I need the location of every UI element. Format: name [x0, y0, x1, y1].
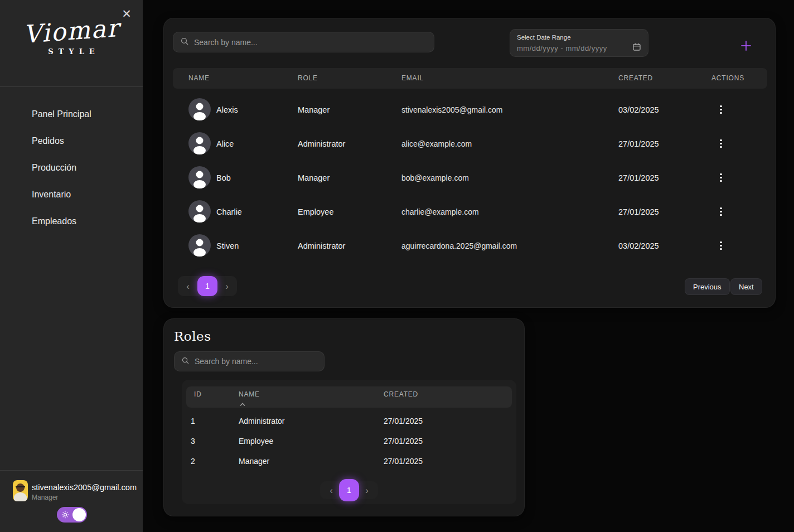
employee-name: Charlie [216, 207, 242, 216]
roles-title: Roles [174, 329, 211, 344]
previous-button[interactable]: Previous [685, 278, 730, 295]
date-range-picker[interactable]: Select Date Range mm/dd/yyyy - mm/dd/yyy… [510, 29, 648, 57]
person-icon [188, 98, 211, 120]
roles-search-input[interactable] [195, 357, 317, 366]
sidebar: ✕ Viomar STYLE Panel Principal Pedidos P… [0, 0, 143, 532]
table-row[interactable]: 3 Employee 27/01/2025 [186, 431, 512, 451]
employee-created: 27/01/2025 [618, 173, 659, 182]
employee-role: Employee [298, 207, 333, 216]
kebab-vertical-icon[interactable] [714, 205, 728, 219]
role-created: 27/01/2025 [384, 437, 423, 446]
role-name: Administrator [239, 417, 284, 425]
employee-name: Stiven [216, 241, 239, 250]
employees-table-header: NAME ROLE EMAIL CREATED ACTIONS [173, 68, 767, 89]
col-name: NAME [188, 74, 210, 82]
sidebar-item-empleados[interactable]: Empleados [0, 208, 143, 235]
col-created: CREATED [384, 390, 418, 398]
app-root: ✕ Viomar STYLE Panel Principal Pedidos P… [0, 0, 794, 532]
user-panel: stivenalexis2005@gmail.com Manager [0, 470, 143, 532]
employees-table-body: Alexis Manager stivenalexis2005@gmail.co… [173, 93, 767, 263]
person-icon [188, 166, 211, 188]
role-name: Employee [239, 437, 273, 446]
employees-pagination: ‹ 1 › [178, 276, 237, 296]
sidebar-item-produccion[interactable]: Producción [0, 154, 143, 181]
roles-pagination: ‹ 1 › [320, 481, 378, 499]
add-employee-button[interactable] [738, 38, 754, 55]
roles-card: Roles ID NAME CREATED [163, 318, 525, 516]
search-icon [181, 356, 190, 367]
employee-name: Bob [216, 173, 231, 182]
employee-email: alice@example.com [401, 139, 472, 148]
calendar-icon [632, 42, 641, 54]
employee-role: Administrator [298, 139, 345, 148]
roles-table-body: 1 Administrator 27/01/2025 3 Employee 27… [186, 411, 512, 471]
role-created: 27/01/2025 [384, 417, 423, 425]
role-name: Manager [239, 457, 269, 466]
kebab-vertical-icon[interactable] [714, 239, 728, 253]
theme-toggle[interactable] [57, 507, 87, 523]
col-role: ROLE [298, 74, 318, 82]
col-created: CREATED [618, 74, 653, 82]
kebab-vertical-icon[interactable] [714, 137, 728, 151]
roles-table-container: ID NAME CREATED 1 Administrator 27/01/20… [182, 380, 516, 504]
employees-search [173, 32, 434, 52]
sidebar-nav: Panel Principal Pedidos Producción Inven… [0, 101, 143, 235]
brand-subtitle: STYLE [0, 47, 143, 56]
employee-created: 27/01/2025 [618, 139, 659, 148]
user-photo-avatar [13, 480, 28, 501]
role-id: 3 [191, 437, 195, 446]
table-row[interactable]: Alice Administrator alice@example.com 27… [173, 127, 767, 161]
col-email: EMAIL [401, 74, 424, 82]
next-button[interactable]: Next [730, 278, 762, 295]
date-range-label: Select Date Range [517, 34, 641, 41]
chevron-right-icon[interactable]: › [220, 279, 234, 293]
roles-search [174, 351, 325, 371]
employees-card: Select Date Range mm/dd/yyyy - mm/dd/yyy… [163, 18, 776, 308]
search-icon [180, 37, 189, 48]
employee-email: stivenalexis2005@gmail.com [401, 105, 503, 114]
toggle-knob [72, 508, 86, 521]
table-row[interactable]: 2 Manager 27/01/2025 [186, 451, 512, 471]
employee-email: bob@example.com [401, 173, 469, 182]
table-row[interactable]: Stiven Administrator aguirrecardona.2025… [173, 229, 767, 263]
employee-name: Alexis [216, 105, 238, 114]
employees-search-input[interactable] [194, 38, 427, 47]
table-row[interactable]: Alexis Manager stivenalexis2005@gmail.co… [173, 93, 767, 127]
role-id: 2 [191, 457, 195, 466]
employee-role: Manager [298, 105, 330, 114]
sidebar-item-inventario[interactable]: Inventario [0, 181, 143, 208]
sidebar-item-pedidos[interactable]: Pedidos [0, 128, 143, 154]
kebab-vertical-icon[interactable] [714, 171, 728, 185]
chevron-left-icon[interactable]: ‹ [181, 279, 195, 293]
col-actions: ACTIONS [711, 74, 744, 82]
user-email: stivenalexis2005@gmail.com [32, 483, 137, 492]
col-name[interactable]: NAME [239, 390, 260, 398]
sidebar-divider-top [0, 86, 143, 87]
table-row[interactable]: Bob Manager bob@example.com 27/01/2025 [173, 161, 767, 195]
employee-name: Alice [216, 139, 234, 148]
employee-created: 03/02/2025 [618, 241, 659, 250]
date-range-value: mm/dd/yyyy - mm/dd/yyyy [517, 44, 607, 52]
employee-created: 27/01/2025 [618, 207, 659, 216]
role-id: 1 [191, 417, 195, 425]
sidebar-item-panel-principal[interactable]: Panel Principal [0, 101, 143, 128]
person-icon [188, 132, 211, 154]
page-number-button[interactable]: 1 [339, 479, 359, 501]
kebab-vertical-icon[interactable] [714, 103, 728, 117]
employee-email: aguirrecardona.2025@gmail.com [401, 241, 517, 250]
chevron-left-icon[interactable]: ‹ [325, 483, 338, 497]
page-number-button[interactable]: 1 [197, 276, 217, 296]
user-role: Manager [32, 494, 58, 501]
employee-role: Manager [298, 173, 330, 182]
sun-icon [61, 511, 69, 520]
person-icon [188, 234, 211, 257]
employee-email: charlie@example.com [401, 207, 479, 216]
plus-icon [739, 46, 753, 55]
chevron-right-icon[interactable]: › [360, 483, 374, 497]
role-created: 27/01/2025 [384, 457, 423, 466]
employee-role: Administrator [298, 241, 345, 250]
table-row[interactable]: 1 Administrator 27/01/2025 [186, 411, 512, 431]
col-id: ID [194, 390, 202, 398]
table-row[interactable]: Charlie Employee charlie@example.com 27/… [173, 195, 767, 229]
brand-logo: Viomar STYLE [0, 17, 143, 56]
